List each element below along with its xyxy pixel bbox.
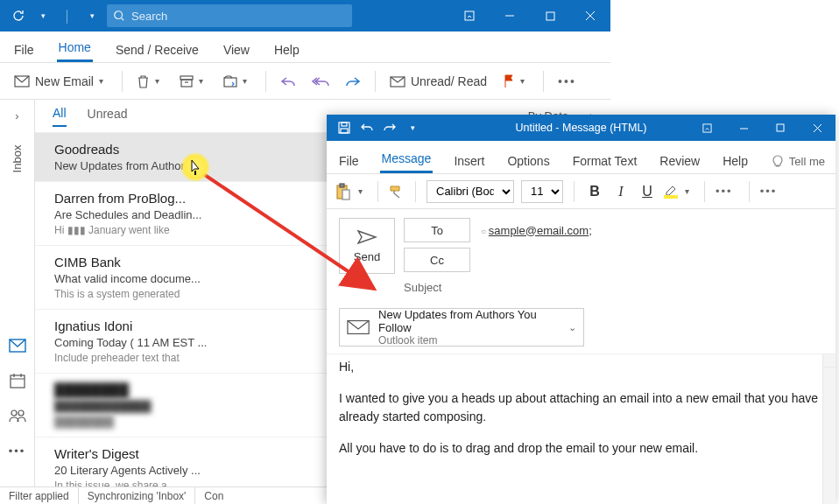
ctab-review[interactable]: Review xyxy=(658,149,702,173)
expand-rail-button[interactable]: › xyxy=(0,105,34,126)
reply-all-button[interactable] xyxy=(307,72,335,91)
compose-window: ▾ Untitled - Message (HTML) File Message… xyxy=(327,115,835,504)
maximize-button[interactable] xyxy=(530,0,570,32)
flag-button[interactable]: ▾ xyxy=(497,71,534,92)
svg-rect-20 xyxy=(340,184,344,187)
svg-rect-23 xyxy=(194,171,196,175)
more-fmt-button[interactable]: ••• xyxy=(716,185,733,198)
send-button[interactable]: Send xyxy=(339,218,395,274)
compose-title: Untitled - Message (HTML) xyxy=(515,122,646,134)
paste-button[interactable] xyxy=(335,183,351,200)
search-input[interactable] xyxy=(131,10,307,23)
svg-rect-6 xyxy=(181,80,192,87)
size-select[interactable]: 11 xyxy=(521,180,563,203)
ctab-file[interactable]: File xyxy=(337,149,361,173)
cc-button[interactable]: Cc xyxy=(404,248,470,272)
status-sync: Synchronizing 'Inbox' xyxy=(79,487,196,504)
svg-point-12 xyxy=(18,410,24,416)
archive-button[interactable]: ▾ xyxy=(174,72,213,91)
compose-titlebar: ▾ Untitled - Message (HTML) xyxy=(327,115,835,141)
nav-rail: › Inbox ••• xyxy=(0,100,35,486)
ctab-options[interactable]: Options xyxy=(505,149,551,173)
compose-maximize[interactable] xyxy=(762,115,799,141)
ctab-format[interactable]: Format Text xyxy=(571,149,639,173)
sync-icon[interactable] xyxy=(11,8,26,24)
filter-all[interactable]: All xyxy=(53,106,67,127)
svg-point-0 xyxy=(115,11,123,19)
save-icon[interactable] xyxy=(337,121,351,135)
tab-send-receive[interactable]: Send / Receive xyxy=(114,38,201,62)
compose-ribbon: ▾ Calibri (Body) 11 B I U ▾ ••• ••• xyxy=(327,174,835,209)
svg-rect-18 xyxy=(777,124,784,131)
more-button[interactable]: ••• xyxy=(553,71,582,92)
italic-button[interactable]: I xyxy=(611,184,631,200)
to-button[interactable]: To xyxy=(404,218,470,242)
svg-rect-14 xyxy=(342,122,347,126)
search-box[interactable] xyxy=(107,4,352,27)
calendar-icon[interactable] xyxy=(8,371,27,390)
tab-home[interactable]: Home xyxy=(57,35,93,62)
new-email-label: New Email xyxy=(35,74,94,88)
move-button[interactable]: ▾ xyxy=(218,72,257,91)
compose-minimize[interactable] xyxy=(725,115,762,141)
cursor-highlight xyxy=(180,152,210,182)
svg-point-11 xyxy=(11,410,17,416)
highlight-button[interactable] xyxy=(664,185,678,199)
search-icon xyxy=(107,10,131,22)
compose-scrollbar[interactable] xyxy=(822,354,835,504)
svg-rect-7 xyxy=(224,78,236,87)
qat-more-icon[interactable]: ▾ xyxy=(84,8,100,24)
tab-view[interactable]: View xyxy=(222,38,251,62)
reply-button[interactable] xyxy=(275,72,301,91)
people-icon[interactable] xyxy=(8,406,27,425)
tab-file[interactable]: File xyxy=(12,38,36,62)
svg-rect-21 xyxy=(342,190,349,200)
more-nav-icon[interactable]: ••• xyxy=(8,441,27,460)
delete-button[interactable]: ▾ xyxy=(131,71,169,92)
status-con: Con xyxy=(195,487,232,504)
ribbon-options-icon[interactable] xyxy=(449,0,490,32)
bold-button[interactable]: B xyxy=(585,184,604,200)
subject-label: Subject xyxy=(404,281,470,294)
svg-rect-15 xyxy=(341,129,348,133)
qat-dropdown-icon[interactable]: ▾ xyxy=(35,8,51,24)
redo-icon[interactable] xyxy=(383,121,397,135)
close-button[interactable] xyxy=(570,0,610,32)
forward-button[interactable] xyxy=(340,72,366,91)
svg-rect-3 xyxy=(546,12,554,20)
font-select[interactable]: Calibri (Body) xyxy=(427,180,514,203)
minimize-button[interactable] xyxy=(490,0,530,32)
overflow-button[interactable]: ••• xyxy=(760,185,778,198)
svg-rect-10 xyxy=(11,375,25,388)
qat-down-icon[interactable]: ▾ xyxy=(405,121,420,135)
status-filter: Filter applied xyxy=(0,487,79,504)
unread-read-label: Unread/ Read xyxy=(411,74,487,88)
compose-close[interactable] xyxy=(799,115,835,141)
ctab-help[interactable]: Help xyxy=(721,149,750,173)
tell-me[interactable]: Tell me xyxy=(772,154,825,173)
ctab-message[interactable]: Message xyxy=(380,146,434,173)
attachment-item[interactable]: New Updates from Authors You Follow Outl… xyxy=(339,308,584,346)
compose-body[interactable]: Hi, I wanted to give you a heads up abou… xyxy=(327,354,835,504)
ctab-insert[interactable]: Insert xyxy=(452,149,486,173)
unread-read-button[interactable]: Unread/ Read xyxy=(384,71,492,92)
underline-button[interactable]: U xyxy=(638,184,657,200)
undo-icon[interactable] xyxy=(360,121,374,135)
new-email-button[interactable]: New Email ▾ xyxy=(9,71,113,92)
compose-tabs: File Message Insert Options Format Text … xyxy=(327,141,835,174)
to-field[interactable]: ○ sample@email.com; xyxy=(481,220,823,241)
cc-field[interactable] xyxy=(481,256,823,263)
menu-tabs: File Home Send / Receive View Help xyxy=(0,32,610,63)
attachment-dropdown[interactable]: ⌄ xyxy=(568,322,576,333)
mail-icon[interactable] xyxy=(8,336,27,355)
qat-sep-icon: │ xyxy=(60,8,75,24)
tab-help[interactable]: Help xyxy=(272,38,301,62)
filter-unread[interactable]: Unread xyxy=(88,107,128,126)
titlebar: ▾ │ ▾ xyxy=(0,0,610,32)
compose-ribbon-options[interactable] xyxy=(688,115,725,141)
format-painter-icon[interactable] xyxy=(389,185,405,199)
rail-inbox-label[interactable]: Inbox xyxy=(11,145,24,173)
chevron-down-icon[interactable]: ▾ xyxy=(99,76,108,86)
ribbon: New Email ▾ ▾ ▾ ▾ Unread/ Read ▾ ••• xyxy=(0,63,610,100)
